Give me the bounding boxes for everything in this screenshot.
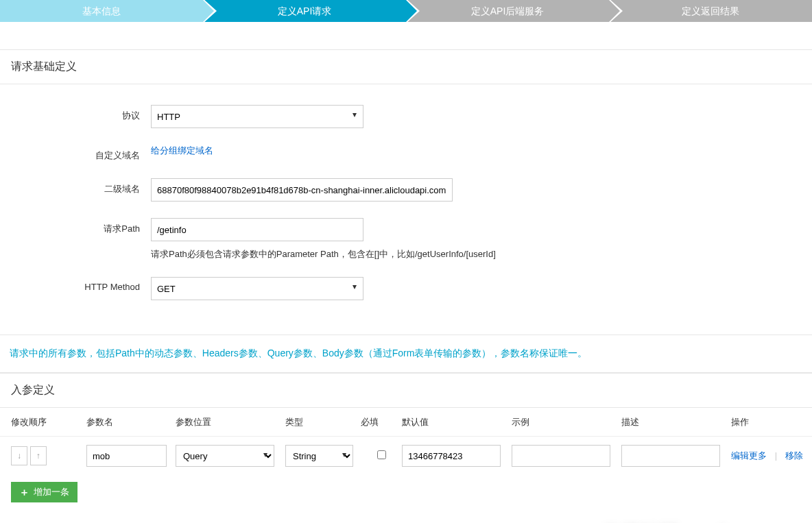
add-param-label: 增加一条 <box>34 486 69 498</box>
param-info-banner: 请求中的所有参数，包括Path中的动态参数、Headers参数、Query参数、… <box>0 335 812 373</box>
step-label: 定义API请求 <box>203 0 406 22</box>
step-define-request[interactable]: 定义API请求 <box>203 0 406 22</box>
step-label: 定义API后端服务 <box>406 0 609 22</box>
col-required: 必填 <box>361 416 402 428</box>
step-label: 定义返回结果 <box>609 0 812 22</box>
step-define-response[interactable]: 定义返回结果 <box>609 0 812 22</box>
request-path-input[interactable] <box>151 218 363 241</box>
col-description: 描述 <box>621 416 731 428</box>
col-position: 参数位置 <box>176 416 285 428</box>
remove-link[interactable]: 移除 <box>785 450 803 461</box>
action-separator: | <box>775 450 777 461</box>
col-name: 参数名 <box>86 416 176 428</box>
wizard-steps: 基本信息 定义API请求 定义API后端服务 定义返回结果 <box>0 0 812 22</box>
col-order: 修改顺序 <box>11 416 86 428</box>
plus-icon: ＋ <box>19 486 29 499</box>
col-type: 类型 <box>285 416 361 428</box>
param-description-input[interactable] <box>621 445 720 467</box>
edit-more-link[interactable]: 编辑更多 <box>731 450 767 461</box>
param-name-input[interactable] <box>86 445 167 467</box>
sub-domain-label: 二级域名 <box>0 178 151 195</box>
param-required-checkbox[interactable] <box>377 450 386 459</box>
move-down-button[interactable]: ↓ <box>11 446 27 465</box>
http-method-label: HTTP Method <box>0 277 151 292</box>
http-method-select[interactable]: GET <box>151 277 363 300</box>
sub-domain-input[interactable] <box>151 178 453 202</box>
param-table-header: 修改顺序 参数名 参数位置 类型 必填 默认值 示例 描述 操作 <box>0 408 812 437</box>
protocol-select[interactable]: HTTP <box>151 105 363 128</box>
request-basic-form: 协议 HTTP 自定义域名 给分组绑定域名 二级域名 请求Path 请求Path… <box>0 84 812 321</box>
watermark-main: 云栖社区 yq.aliyun.com <box>599 520 798 523</box>
request-path-label: 请求Path <box>0 218 151 235</box>
col-default: 默认值 <box>402 416 512 428</box>
param-position-select[interactable]: Query <box>176 445 274 467</box>
param-type-select[interactable]: String <box>285 445 353 467</box>
move-up-button[interactable]: ↑ <box>30 446 47 465</box>
param-example-input[interactable] <box>512 445 610 467</box>
param-default-input[interactable] <box>402 445 501 467</box>
protocol-label: 协议 <box>0 105 151 122</box>
step-basic-info[interactable]: 基本信息 <box>0 0 203 22</box>
step-label: 基本信息 <box>0 0 203 22</box>
add-param-button[interactable]: ＋ 增加一条 <box>11 482 77 502</box>
bind-domain-link[interactable]: 给分组绑定域名 <box>151 145 213 156</box>
col-example: 示例 <box>512 416 621 428</box>
section-request-basic: 请求基础定义 <box>0 49 812 84</box>
step-define-backend[interactable]: 定义API后端服务 <box>406 0 609 22</box>
section-params: 入参定义 <box>0 373 812 408</box>
param-row: ↓ ↑ Query String 编辑更多 | 移除 <box>0 437 812 475</box>
col-action: 操作 <box>731 416 812 428</box>
custom-domain-label: 自定义域名 <box>0 145 151 162</box>
request-path-hint: 请求Path必须包含请求参数中的Parameter Path，包含在[]中，比如… <box>151 248 812 260</box>
